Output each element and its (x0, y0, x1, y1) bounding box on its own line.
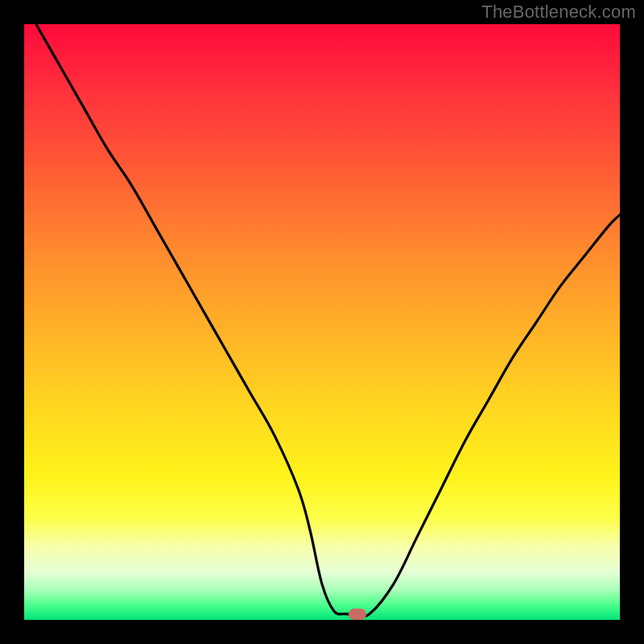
plot-area (24, 24, 620, 620)
watermark-text: TheBottleneck.com (481, 2, 636, 23)
optimal-point-marker (349, 609, 366, 620)
chart-frame: TheBottleneck.com (0, 0, 644, 644)
bottleneck-curve (24, 24, 620, 620)
